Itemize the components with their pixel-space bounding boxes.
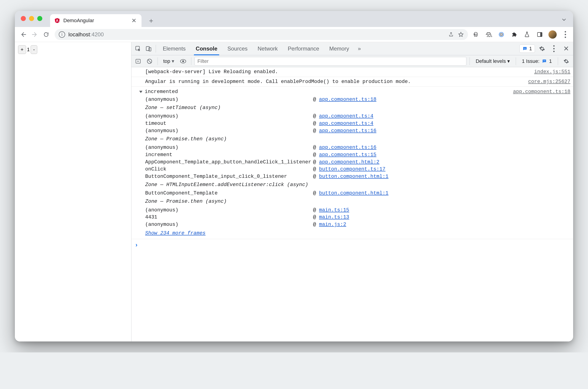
svg-rect-4 <box>540 32 542 36</box>
stack-frame-link[interactable]: app.component.ts:16 <box>319 145 377 150</box>
url-text: localhost:4200 <box>68 31 104 38</box>
tab-elements[interactable]: Elements <box>158 42 190 55</box>
svg-rect-14 <box>543 61 545 61</box>
stack-frames: (anonymous)@ app.component.ts:18Zone — s… <box>139 96 570 237</box>
stack-frame-link[interactable]: app.component.ts:18 <box>319 97 377 102</box>
window-maximize-icon[interactable] <box>37 16 42 21</box>
devtools-menu-icon[interactable] <box>549 44 559 54</box>
stack-frame-link[interactable]: app.component.ts:16 <box>319 128 377 134</box>
page-viewport: + 1 - <box>15 42 131 341</box>
tab-performance[interactable]: Performance <box>283 42 324 55</box>
side-panel-icon[interactable] <box>535 30 544 39</box>
extensions-puzzle-icon[interactable] <box>510 30 519 39</box>
console-sidebar-toggle-icon[interactable] <box>133 57 143 66</box>
stack-frame-link[interactable]: button.component.ts:17 <box>319 166 386 172</box>
window-close-icon[interactable] <box>21 16 26 21</box>
console-prompt[interactable]: › <box>131 239 573 252</box>
stack-frame-link[interactable]: app.component.ts:15 <box>319 152 377 158</box>
separator <box>158 57 158 65</box>
devtools-settings-icon[interactable] <box>537 44 547 54</box>
execution-context-label: top <box>163 58 170 64</box>
stack-frame-location: @ main.ts:13 <box>313 214 389 221</box>
console-messages: [webpack-dev-server] Live Reloading enab… <box>131 67 573 341</box>
extension-target-icon[interactable] <box>497 30 506 39</box>
site-info-icon[interactable]: i <box>59 31 65 38</box>
stack-frame-link[interactable]: main.js:2 <box>319 222 346 227</box>
decrement-button[interactable]: - <box>31 45 37 54</box>
nav-reload-button[interactable] <box>41 29 51 40</box>
tab-sources[interactable]: Sources <box>223 42 252 55</box>
url-port: :4200 <box>90 31 104 37</box>
message-source-link[interactable]: index.js:551 <box>534 68 570 75</box>
content-split: + 1 - Elements Console Sources Network <box>15 42 573 341</box>
console-filter-input[interactable] <box>195 57 466 65</box>
console-message: [webpack-dev-server] Live Reloading enab… <box>131 67 573 77</box>
execution-context-selector[interactable]: top ▾ <box>161 58 176 64</box>
stack-frame-link[interactable]: main.ts:13 <box>319 214 349 220</box>
stack-frame-function: AppComponent_Template_app_button_handleC… <box>145 159 311 166</box>
errors-chip[interactable]: 1 <box>520 45 535 53</box>
show-more-frames-link[interactable]: Show 234 more frames <box>145 228 389 237</box>
stack-frame-link[interactable]: button.component.html:1 <box>319 190 389 196</box>
live-expression-icon[interactable] <box>178 57 188 66</box>
console-trace-group: incremented app.component.ts:18 (anonymo… <box>131 87 573 239</box>
message-icon <box>523 46 527 51</box>
issues-chip[interactable]: 1 Issue: 1 <box>519 58 555 64</box>
stack-frame-function: ButtonComponent_Template_input_click_0_l… <box>145 173 311 180</box>
stack-frame-link[interactable]: app.component.ts:4 <box>319 113 374 119</box>
browser-window: DemoAngular ✕ ＋ i localhost:4200 <box>15 11 573 341</box>
extension-flask-icon[interactable] <box>523 30 531 39</box>
share-icon[interactable] <box>448 32 454 37</box>
bookmark-star-icon[interactable] <box>458 32 464 37</box>
extension-incognito-icon[interactable] <box>484 30 493 39</box>
chrome-menu-icon[interactable] <box>561 30 570 39</box>
increment-button[interactable]: + <box>18 45 26 54</box>
tab-close-icon[interactable]: ✕ <box>131 17 137 25</box>
stack-frame-function: (anonymous) <box>145 113 311 120</box>
device-toolbar-icon[interactable] <box>144 44 153 54</box>
message-source-link[interactable]: core.mjs:25627 <box>528 78 570 85</box>
svg-line-11 <box>148 60 151 63</box>
window-minimize-icon[interactable] <box>29 16 34 21</box>
url-bar[interactable]: i localhost:4200 <box>55 29 468 40</box>
issues-label: 1 Issue: <box>522 58 540 64</box>
url-toolbar: i localhost:4200 <box>15 27 573 42</box>
clear-console-icon[interactable] <box>145 57 154 66</box>
log-levels-selector[interactable]: Default levels ▾ <box>473 58 513 64</box>
separator <box>191 57 191 65</box>
tab-network[interactable]: Network <box>253 42 282 55</box>
inspect-element-icon[interactable] <box>133 44 143 54</box>
nav-forward-button[interactable] <box>30 29 40 40</box>
stack-frame-location: @ app.component.ts:15 <box>313 152 389 158</box>
counter-value: 1 <box>26 47 31 53</box>
tab-memory[interactable]: Memory <box>325 42 354 55</box>
stack-frame-function: (anonymous) <box>145 221 311 228</box>
tabs-overflow-icon[interactable] <box>558 16 569 24</box>
tab-demoangular[interactable]: DemoAngular ✕ <box>50 14 141 27</box>
new-tab-button[interactable]: ＋ <box>146 16 156 26</box>
stack-frame-link[interactable]: button.component.html:1 <box>319 174 389 179</box>
devtools-close-icon[interactable]: ✕ <box>561 45 571 53</box>
tab-strip: DemoAngular ✕ ＋ <box>50 11 156 27</box>
stack-frame-function: (anonymous) <box>145 96 311 103</box>
extension-skull-icon[interactable] <box>471 30 480 39</box>
stack-frame-location: @ app.component.ts:16 <box>313 144 389 151</box>
stack-frame-link[interactable]: app.component.ts:4 <box>319 121 374 126</box>
chevron-down-icon: ▾ <box>172 58 174 64</box>
trace-header[interactable]: incremented app.component.ts:18 <box>139 88 570 96</box>
devtools-panel: Elements Console Sources Network Perform… <box>131 42 573 341</box>
more-tabs-icon[interactable]: » <box>355 44 364 54</box>
disclosure-triangle-icon <box>139 91 142 93</box>
stack-frame-link[interactable]: main.ts:15 <box>319 207 349 213</box>
console-settings-icon[interactable] <box>561 59 571 64</box>
stack-frame-link[interactable]: app.component.html:2 <box>319 159 380 165</box>
log-levels-label: Default levels <box>476 58 506 64</box>
separator <box>516 57 516 65</box>
trace-header-source-link[interactable]: app.component.ts:18 <box>513 89 570 95</box>
stack-frame-location: @ button.component.ts:17 <box>313 166 389 173</box>
profile-avatar[interactable] <box>548 30 557 39</box>
tab-console[interactable]: Console <box>191 42 222 55</box>
zone-separator: Zone — Promise.then (async) <box>145 135 389 144</box>
nav-back-button[interactable] <box>18 29 29 40</box>
stack-frame-function: increment <box>145 152 311 158</box>
